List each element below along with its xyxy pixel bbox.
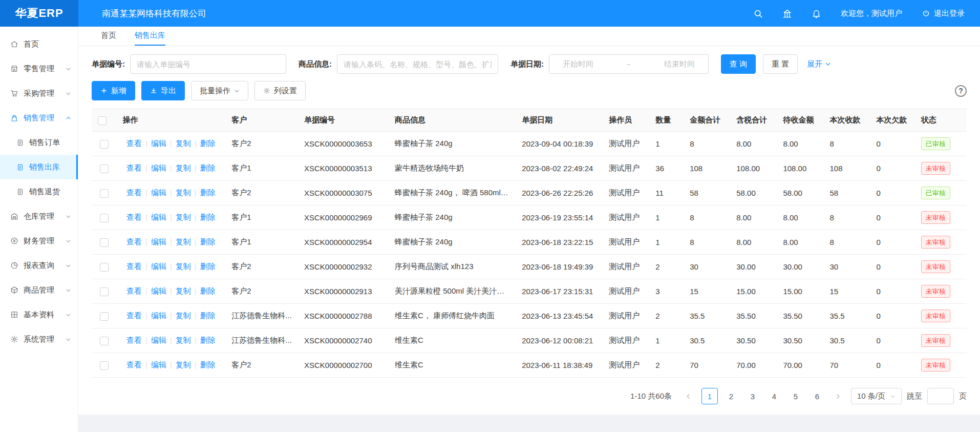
view-link[interactable]: 查看 [126,336,142,344]
product-input[interactable] [337,54,498,74]
sidebar-item-report[interactable]: 报表查询 [0,253,78,278]
page-size-select[interactable]: 10 条/页 [851,388,902,404]
edit-link[interactable]: 编辑 [151,336,166,344]
status-cell: 未审核 [915,156,967,181]
customer-cell: 客户2 [225,181,298,205]
chevron-down-icon [66,238,71,244]
copy-link[interactable]: 复制 [176,262,191,271]
view-link[interactable]: 查看 [126,139,142,148]
row-checkbox[interactable] [100,312,109,321]
batch-operations-button[interactable]: 批量操作 [191,81,248,100]
operator-cell: 测试用户 [603,304,649,328]
sidebar-item-warehouse[interactable]: 仓库管理 [0,204,78,229]
sidebar-item-purchase[interactable]: 采购管理 [0,81,78,106]
jump-page-input[interactable] [927,388,954,404]
sidebar-item-home[interactable]: 首页 [0,32,78,56]
column-settings-button[interactable]: 列设置 [254,81,306,100]
copy-link[interactable]: 复制 [176,139,191,148]
view-link[interactable]: 查看 [126,360,142,369]
copy-link[interactable]: 复制 [176,237,191,246]
row-checkbox[interactable] [100,189,109,198]
reset-button[interactable]: 重置 [763,54,798,74]
delete-link[interactable]: 删除 [200,188,216,197]
row-checkbox[interactable] [100,337,109,345]
edit-link[interactable]: 编辑 [151,286,166,295]
copy-link[interactable]: 复制 [176,360,191,369]
edit-link[interactable]: 编辑 [151,188,166,197]
delete-link[interactable]: 删除 [200,237,216,246]
page-button-4[interactable]: 4 [766,388,782,404]
copy-link[interactable]: 复制 [176,311,191,320]
page-button-1[interactable]: 1 [701,388,718,404]
ops-separator: | [170,262,172,271]
edit-link[interactable]: 编辑 [151,139,166,148]
edit-link[interactable]: 编辑 [151,237,166,246]
delete-link[interactable]: 删除 [200,262,216,271]
view-link[interactable]: 查看 [126,213,142,221]
row-checkbox[interactable] [100,287,109,296]
edit-link[interactable]: 编辑 [151,311,166,320]
search-icon[interactable] [753,9,763,18]
date-range-picker[interactable]: 开始时间 ~ 结束时间 [549,54,709,74]
search-button[interactable]: 查询 [721,54,756,74]
view-link[interactable]: 查看 [126,188,142,197]
page-button-6[interactable]: 6 [809,388,825,404]
view-link[interactable]: 查看 [126,262,142,271]
sidebar-item-sales-order[interactable]: 销售订单 [0,130,78,155]
copy-link[interactable]: 复制 [176,163,191,172]
sidebar-item-sales[interactable]: 销售管理 [0,106,78,130]
select-all-checkbox[interactable] [98,116,106,125]
copy-link[interactable]: 复制 [176,188,191,197]
bill-no-input[interactable] [130,54,286,74]
app-logo[interactable]: 华夏ERP [0,0,78,27]
help-icon[interactable]: ? [955,85,967,97]
add-button[interactable]: 新增 [92,81,135,100]
receivable-cell: 30.00 [777,255,823,279]
row-checkbox[interactable] [100,214,109,222]
edit-link[interactable]: 编辑 [151,360,166,369]
sidebar-item-finance[interactable]: 财务管理 [0,229,78,253]
next-page-button[interactable] [830,388,846,404]
row-checkbox[interactable] [100,361,109,370]
delete-link[interactable]: 删除 [200,163,216,172]
row-checkbox[interactable] [100,164,109,173]
prev-page-button[interactable] [681,388,696,404]
copy-link[interactable]: 复制 [176,336,191,344]
bell-icon[interactable] [812,9,821,18]
view-link[interactable]: 查看 [126,163,142,172]
view-link[interactable]: 查看 [126,237,142,246]
edit-link[interactable]: 编辑 [151,163,166,172]
sidebar-item-basic-data[interactable]: 基本资料 [0,302,78,327]
delete-link[interactable]: 删除 [200,139,216,148]
expand-link[interactable]: 展开 [807,59,831,69]
row-checkbox[interactable] [100,263,109,272]
row-checkbox[interactable] [100,238,109,247]
sidebar-item-system[interactable]: 系统管理 [0,327,78,352]
sidebar-item-sales-return[interactable]: 销售退货 [0,179,78,204]
logout-button[interactable]: 退出登录 [922,9,965,18]
sidebar-item-sales-outbound[interactable]: 销售出库 [0,155,78,179]
page-button-2[interactable]: 2 [723,388,739,404]
delete-link[interactable]: 删除 [200,311,216,320]
doc-icon [16,188,24,196]
bank-icon[interactable] [782,9,792,18]
export-button[interactable]: 导出 [141,81,185,100]
sidebar-item-retail[interactable]: 零售管理 [0,56,78,81]
welcome-user[interactable]: 欢迎您，测试用户 [841,9,902,18]
delete-link[interactable]: 删除 [200,360,216,369]
page-button-3[interactable]: 3 [744,388,761,404]
delete-link[interactable]: 删除 [200,336,216,344]
view-link[interactable]: 查看 [126,286,142,295]
sidebar-item-goods[interactable]: 商品管理 [0,278,78,302]
view-link[interactable]: 查看 [126,311,142,320]
tab-home[interactable]: 首页 [101,27,116,46]
copy-link[interactable]: 复制 [176,286,191,295]
copy-link[interactable]: 复制 [176,213,191,221]
page-button-5[interactable]: 5 [787,388,804,404]
edit-link[interactable]: 编辑 [151,262,166,271]
tab-sales-outbound[interactable]: 销售出库 [135,27,165,46]
edit-link[interactable]: 编辑 [151,213,166,221]
delete-link[interactable]: 删除 [200,286,216,295]
row-checkbox[interactable] [100,140,109,149]
delete-link[interactable]: 删除 [200,213,216,221]
